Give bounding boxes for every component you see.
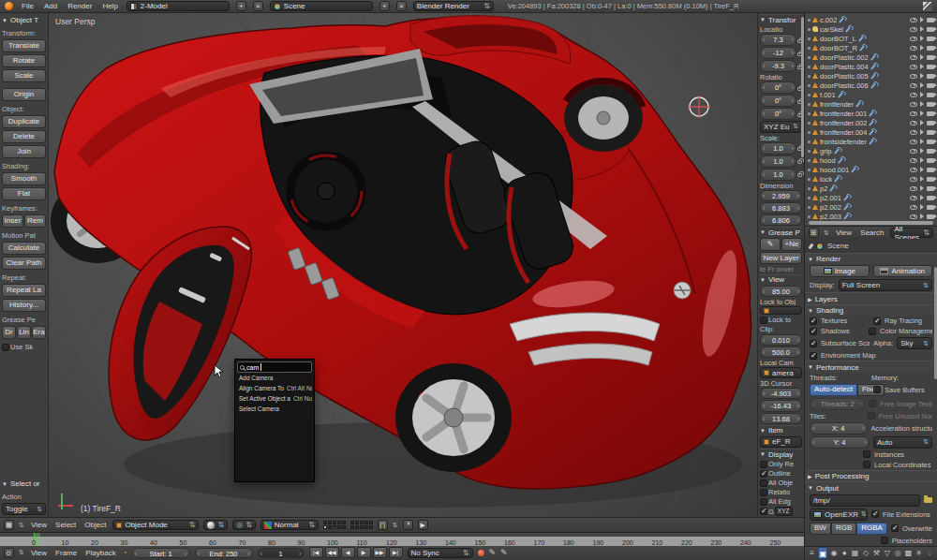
renderability-camera-icon[interactable] <box>927 74 934 79</box>
renderability-camera-icon[interactable] <box>927 83 934 88</box>
renderability-camera-icon[interactable] <box>927 168 934 172</box>
history-button[interactable]: History... <box>2 299 46 312</box>
color-management-checkbox[interactable] <box>869 328 876 335</box>
lock-icon[interactable] <box>797 66 802 69</box>
playback-button[interactable]: ▶ <box>357 547 371 558</box>
grease-line-button[interactable]: Lin <box>17 326 31 339</box>
overwrite-checkbox[interactable] <box>891 524 899 532</box>
menu-search-input[interactable]: cam <box>237 361 312 373</box>
calculate-paths-button[interactable]: Calculate <box>2 242 46 255</box>
action-toggle-dropdown[interactable]: Toggle ⇅ <box>2 503 46 515</box>
shadows-checkbox[interactable] <box>810 328 817 335</box>
lock-to-cursor-checkbox[interactable] <box>760 317 767 324</box>
scale-y-field[interactable]: 1.0 <box>760 155 796 168</box>
selectability-arrow-icon[interactable] <box>920 167 924 172</box>
outliner-view-menu[interactable]: View <box>834 228 854 237</box>
outliner-row[interactable]: p2.002 <box>805 202 937 212</box>
lock-icon[interactable] <box>797 113 802 117</box>
properties-tab-icon[interactable] <box>904 547 913 559</box>
render-display-dropdown[interactable]: Full Screen⇅ <box>839 279 932 291</box>
item-panel-header[interactable]: ▼Item <box>760 425 802 435</box>
visibility-eye-icon[interactable] <box>910 158 917 163</box>
selectability-arrow-icon[interactable] <box>920 157 924 163</box>
shading-panel-header[interactable]: ▼Shading <box>805 304 937 316</box>
outliner-display-dropdown[interactable]: All Scenes⇅ <box>890 228 933 238</box>
display-panel-header[interactable]: ▼Display <box>760 449 802 459</box>
3d-viewport[interactable]: User Persp (1) TireF_R cam Add Camera <box>49 13 757 517</box>
visibility-eye-icon[interactable] <box>910 102 917 107</box>
outliner-row[interactable]: doorPlastic.006 <box>805 81 937 90</box>
save-buffers-checkbox[interactable] <box>873 386 881 393</box>
layers-panel-header[interactable]: ▶Layers <box>805 292 937 303</box>
rotation-z-field[interactable]: 0° <box>760 108 796 120</box>
dimension-z-field[interactable]: 6.806 <box>760 214 802 226</box>
clear-paths-button[interactable]: Clear Path <box>2 257 46 270</box>
outliner-row[interactable]: frontfender <box>805 99 937 109</box>
selectability-arrow-icon[interactable] <box>920 176 924 182</box>
lock-icon[interactable] <box>797 100 802 104</box>
viewport-shading-dropdown[interactable]: ⇅ <box>203 520 228 530</box>
renderability-camera-icon[interactable] <box>927 111 934 116</box>
render-image-button[interactable]: Image <box>810 265 870 277</box>
rotate-button[interactable]: Rotate <box>2 54 46 67</box>
selectability-arrow-icon[interactable] <box>920 111 924 116</box>
pivot-point-dropdown[interactable]: ◎ ⇅ <box>232 520 256 530</box>
keying-icon[interactable]: ✎ <box>489 548 497 557</box>
relationship-lines-checkbox[interactable] <box>760 489 767 496</box>
location-x-field[interactable]: 7.3 <box>760 34 796 46</box>
visibility-eye-icon[interactable] <box>910 65 917 69</box>
clip-end-field[interactable]: 500.0 <box>760 346 802 358</box>
selectability-arrow-icon[interactable] <box>920 129 924 135</box>
lock-icon[interactable] <box>797 173 802 177</box>
autodetect-button[interactable]: Auto-detect <box>810 384 857 396</box>
frame-start-field[interactable]: Start: 1 <box>132 548 190 558</box>
outliner-row[interactable]: frontfender.004 <box>805 127 937 137</box>
playback-button[interactable]: ◀◀ <box>325 547 339 558</box>
menu-item-add-camera[interactable]: Add Camera <box>237 373 312 383</box>
rgba-button[interactable]: RGBA <box>856 523 887 535</box>
textures-checkbox[interactable] <box>810 317 817 325</box>
view-panel-header[interactable]: ▼View <box>760 274 802 285</box>
renderability-camera-icon[interactable] <box>927 205 934 210</box>
renderability-camera-icon[interactable] <box>927 18 934 22</box>
keying-set-icon[interactable]: ✎ <box>500 548 508 557</box>
selectability-arrow-icon[interactable] <box>920 204 924 210</box>
acceleration-dropdown[interactable]: Auto⇅ <box>873 436 932 449</box>
current-frame-field[interactable]: 1 <box>258 548 305 558</box>
outliner-row[interactable]: carSkel <box>805 24 937 34</box>
outliner-row[interactable]: doorPlastic.005 <box>805 71 937 81</box>
timeline-editor-icon[interactable]: ⊙ <box>4 548 14 558</box>
selectability-arrow-icon[interactable] <box>920 73 924 79</box>
sync-dropdown[interactable]: No Sync⇅ <box>408 548 473 558</box>
instances-checkbox[interactable] <box>863 450 870 458</box>
menu-render[interactable]: Render <box>66 2 94 10</box>
rotation-y-field[interactable]: 0° <box>760 95 796 107</box>
selectability-arrow-icon[interactable] <box>920 148 924 154</box>
visibility-eye-icon[interactable] <box>910 18 917 22</box>
visibility-eye-icon[interactable] <box>910 168 917 172</box>
timeline-ruler[interactable]: 0102030405060708090100110120130140150160… <box>0 533 804 546</box>
frame-end-field[interactable]: End: 250 <box>195 548 253 558</box>
sss-checkbox[interactable] <box>810 340 817 347</box>
tile-y-slider[interactable]: Y: 4 <box>810 436 870 449</box>
add-scene-button[interactable]: + <box>379 1 390 11</box>
object-tools-panel-header[interactable]: ▼ Object T <box>2 15 46 25</box>
outliner-row[interactable]: p2.001 <box>805 193 937 202</box>
lock-icon[interactable] <box>797 39 802 43</box>
render-engine-select[interactable]: Blender Render ⇅ <box>413 1 494 11</box>
cursor-x-field[interactable]: -4.903 <box>760 388 802 399</box>
properties-tab-icon[interactable] <box>840 547 849 559</box>
menu-item-set-active-camera[interactable]: Set Active Object a Ctrl Numpad 0 <box>237 393 312 404</box>
grid-checkbox[interactable] <box>760 508 767 515</box>
properties-tab-icon[interactable] <box>851 547 859 559</box>
renderability-camera-icon[interactable] <box>927 46 934 51</box>
duplicate-button[interactable]: Duplicate <box>2 115 46 128</box>
snap-magnet-icon[interactable]: ⋂ <box>378 520 388 530</box>
timeline-playback-menu[interactable]: Playback <box>83 549 117 557</box>
lock-icon[interactable] <box>797 147 802 151</box>
visibility-eye-icon[interactable] <box>910 140 917 144</box>
scale-z-field[interactable]: 1.0 <box>760 169 796 181</box>
lock-icon[interactable] <box>797 160 802 164</box>
ray-tracing-checkbox[interactable] <box>873 317 881 325</box>
selectability-arrow-icon[interactable] <box>920 101 924 107</box>
